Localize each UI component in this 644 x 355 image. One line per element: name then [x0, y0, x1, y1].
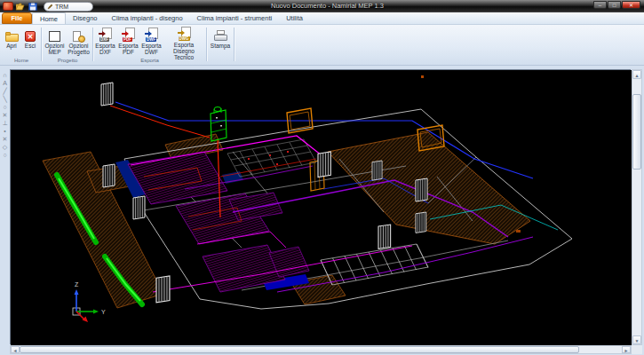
group-label-esporta: Esporta: [94, 58, 205, 65]
ucs-z-label: Z: [75, 281, 79, 288]
tab-utilita[interactable]: Utilità: [279, 12, 310, 24]
tab-home[interactable]: Home: [32, 12, 66, 24]
opzioni-progetto-button[interactable]: Opzioni Progetto: [67, 27, 91, 57]
osnap-perpendicular-icon[interactable]: ⊥: [1, 119, 10, 127]
scrollbar-corner: [632, 345, 642, 354]
title-bar: TRM Nuovo Documento - Namirial MEP 1.3 –…: [0, 0, 644, 12]
stampa-button[interactable]: Stampa: [209, 27, 232, 57]
ribbon-tab-row: File Home Disegno Clima impianti - diseg…: [0, 12, 644, 25]
osnap-cross-icon[interactable]: ✕: [1, 135, 10, 143]
osnap-point-icon[interactable]: •: [1, 127, 10, 135]
printer-icon: [214, 27, 227, 42]
esporta-disegno-tecnico-button[interactable]: DWG Esporta Disegno Tecnico: [163, 27, 204, 57]
tab-disegno[interactable]: Disegno: [66, 12, 105, 24]
vertical-scrollbar-thumb[interactable]: [632, 94, 641, 170]
folder-open-icon: [5, 27, 19, 42]
drawing-canvas[interactable]: Z Y: [10, 69, 631, 344]
osnap-diamond-icon[interactable]: ◇: [1, 143, 10, 151]
group-separator: [234, 28, 235, 61]
scroll-left-icon[interactable]: ◄: [11, 346, 20, 353]
osnap-text-icon[interactable]: A: [1, 79, 10, 87]
group-separator: [206, 28, 207, 61]
tab-clima-impianti-disegno[interactable]: Clima impianti - disegno: [105, 12, 190, 24]
command-box-text: TRM: [55, 4, 68, 10]
tab-clima-impianti-strumenti[interactable]: Clima impianti - strumenti: [190, 12, 280, 24]
horizontal-scrollbar-thumb[interactable]: [20, 346, 579, 353]
group-separator: [92, 28, 93, 61]
group-separator: [41, 28, 42, 61]
command-search-box[interactable]: TRM: [44, 2, 93, 12]
save-icon[interactable]: [28, 2, 38, 11]
project-options-icon: [73, 27, 84, 42]
open-icon[interactable]: [15, 2, 26, 11]
vertical-scrollbar[interactable]: ▲ ▼: [632, 69, 642, 345]
group-label-home: Home: [3, 58, 40, 65]
export-pdf-icon: PDF: [122, 27, 135, 42]
scroll-right-icon[interactable]: ►: [622, 346, 631, 353]
export-dxf-icon: DXF: [99, 27, 112, 42]
esci-button[interactable]: ✕ Esci: [21, 27, 39, 57]
osnap-circle-icon[interactable]: ○: [1, 103, 10, 111]
group-label-progetto: Progetto: [44, 58, 91, 65]
window-controls: – □ ✕: [593, 1, 640, 9]
export-dwf-icon: DWF: [145, 27, 158, 42]
osnap-intersection-icon[interactable]: ✕: [1, 111, 10, 119]
esporta-dwf-button[interactable]: DWF Esporta DWF: [140, 27, 163, 57]
cad-drawing: Z Y: [11, 70, 632, 345]
osnap-center-icon[interactable]: ○: [1, 151, 10, 159]
apri-button[interactable]: Apri: [3, 27, 20, 57]
ribbon: Apri ✕ Esci Opzioni MEP Opzioni Progetto…: [0, 25, 644, 66]
osnap-toolbar: ∩ A ╱ ╲ ○ ✕ ⊥ • ✕ ◇ ○: [0, 69, 10, 344]
export-dwg-icon: DWG: [178, 27, 191, 41]
exit-icon: ✕: [25, 27, 36, 42]
horizontal-scrollbar[interactable]: ◄ ►: [10, 345, 632, 354]
mep-grid-icon: [49, 27, 60, 42]
opzioni-mep-button[interactable]: Opzioni MEP: [44, 27, 66, 57]
scroll-up-icon[interactable]: ▲: [632, 70, 641, 79]
quick-access-toolbar: TRM: [0, 2, 93, 12]
app-menu-button[interactable]: [3, 2, 13, 11]
tab-file[interactable]: File: [2, 12, 32, 24]
esporta-dxf-button[interactable]: DXF Esporta DXF: [94, 27, 116, 57]
pencil-icon: [47, 4, 53, 10]
close-button[interactable]: ✕: [622, 1, 640, 9]
osnap-line-desc-icon[interactable]: ╲: [1, 95, 10, 103]
osnap-magnet-icon[interactable]: ∩: [1, 71, 10, 79]
maximize-button[interactable]: □: [608, 1, 621, 9]
ucs-y-label: Y: [101, 309, 106, 315]
esporta-pdf-button[interactable]: PDF Esporta PDF: [117, 27, 139, 57]
minimize-button[interactable]: –: [593, 1, 607, 9]
window-title: Nuovo Documento - Namirial MEP 1.3: [271, 2, 384, 10]
scroll-down-icon[interactable]: ▼: [632, 335, 641, 344]
osnap-line-asc-icon[interactable]: ╱: [1, 87, 10, 95]
